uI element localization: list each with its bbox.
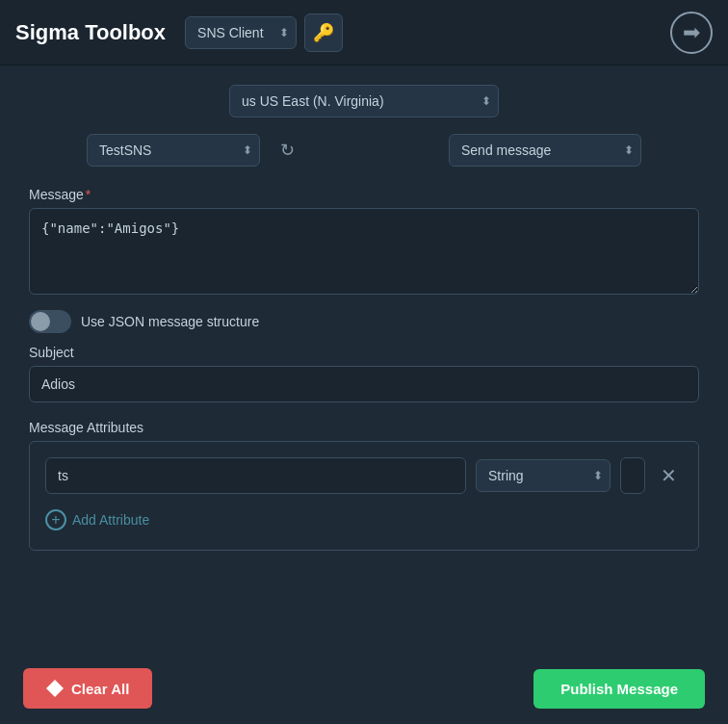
region-select[interactable]: us US East (N. Virginia) us US West (Ore… bbox=[229, 85, 499, 117]
region-row: us US East (N. Virginia) us US West (Ore… bbox=[29, 85, 699, 117]
topic-select[interactable]: TestSNS AnotherTopic bbox=[87, 134, 260, 167]
key-button[interactable]: 🔑 bbox=[304, 13, 343, 52]
attributes-box: String Number Binary ⬍ ✕ + Add Attribute bbox=[29, 441, 699, 551]
toggle-knob bbox=[31, 312, 50, 331]
topic-selector-wrapper: TestSNS AnotherTopic ⬍ bbox=[87, 134, 260, 167]
diamond-icon bbox=[46, 680, 64, 697]
attribute-key-input[interactable] bbox=[45, 457, 466, 494]
app-title: Sigma Toolbox bbox=[15, 20, 166, 45]
attribute-type-select[interactable]: String Number Binary bbox=[476, 459, 611, 492]
action-selector-wrapper: Send message List subscriptions ⬍ bbox=[449, 134, 641, 167]
footer: Clear All Publish Message bbox=[0, 653, 728, 724]
subject-label: Subject bbox=[29, 345, 699, 360]
attribute-row: String Number Binary ⬍ ✕ bbox=[45, 457, 683, 494]
clear-label: Clear All bbox=[71, 681, 129, 697]
attribute-type-wrapper: String Number Binary ⬍ bbox=[476, 459, 611, 492]
json-structure-toggle[interactable] bbox=[29, 310, 71, 333]
service-select[interactable]: SNS Client SQS Client S3 Client bbox=[185, 16, 297, 49]
subject-section: Subject bbox=[29, 345, 699, 402]
publish-label: Publish Message bbox=[560, 681, 678, 697]
remove-attribute-button[interactable]: ✕ bbox=[655, 464, 683, 487]
attributes-label: Message Attributes bbox=[29, 420, 699, 435]
attribute-value-input[interactable] bbox=[620, 457, 645, 494]
topic-action-row: TestSNS AnotherTopic ⬍ ↻ Send message Li… bbox=[29, 133, 699, 168]
publish-message-button[interactable]: Publish Message bbox=[533, 669, 705, 709]
region-selector-wrapper: us US East (N. Virginia) us US West (Ore… bbox=[229, 85, 499, 117]
nav-arrow-button[interactable]: ➡ bbox=[670, 12, 713, 54]
refresh-button[interactable]: ↻ bbox=[270, 133, 304, 168]
clear-all-button[interactable]: Clear All bbox=[23, 668, 152, 709]
action-select[interactable]: Send message List subscriptions bbox=[449, 134, 641, 167]
message-section: Message* {"name":"Amigos"} bbox=[29, 187, 699, 298]
header: Sigma Toolbox SNS Client SQS Client S3 C… bbox=[0, 0, 728, 65]
attributes-section: Message Attributes String Number Binary … bbox=[29, 420, 699, 551]
message-textarea[interactable]: {"name":"Amigos"} bbox=[29, 208, 699, 295]
plus-circle-icon: + bbox=[45, 509, 66, 530]
add-attribute-label: Add Attribute bbox=[72, 512, 149, 528]
toggle-label: Use JSON message structure bbox=[81, 314, 259, 329]
required-indicator: * bbox=[86, 187, 91, 202]
toggle-row: Use JSON message structure bbox=[29, 310, 699, 333]
service-selector-wrapper: SNS Client SQS Client S3 Client ⬍ bbox=[185, 16, 297, 49]
add-attribute-button[interactable]: + Add Attribute bbox=[45, 505, 149, 534]
main-content: us US East (N. Virginia) us US West (Ore… bbox=[0, 65, 728, 570]
subject-input[interactable] bbox=[29, 366, 699, 402]
message-label: Message* bbox=[29, 187, 699, 202]
